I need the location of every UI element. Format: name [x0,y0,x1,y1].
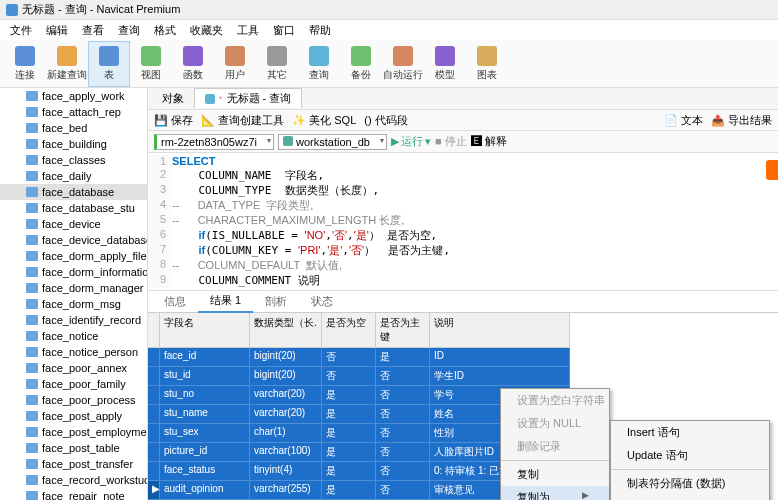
tool-表[interactable]: 表 [88,41,130,87]
menu-item[interactable]: 查询 [112,21,146,40]
tool-其它[interactable]: 其它 [256,41,298,87]
context-item[interactable]: 制表符分隔值 (数据) [611,472,769,495]
table-row[interactable]: stu_novarchar(20)是否学号 [148,386,778,405]
tab-profile[interactable]: 剖析 [253,291,299,312]
sidebar-item[interactable]: face_post_employment [0,424,147,440]
menu-item[interactable]: 文件 [4,21,38,40]
context-menu[interactable]: 设置为空白字符串设置为 NULL删除记录复制复制为▶粘贴显示▶ [500,388,610,500]
table-icon [26,251,38,261]
explain-button[interactable]: 🅴 解释 [471,134,507,149]
table-icon [26,459,38,469]
tool-新建查询[interactable]: 新建查询 [46,41,88,87]
tool-查询[interactable]: 查询 [298,41,340,87]
menu-item[interactable]: 窗口 [267,21,301,40]
run-button[interactable]: ▶ 运行 ▾ [391,134,431,149]
sidebar-item[interactable]: face_bed [0,120,147,136]
table-icon [26,171,38,181]
table-row[interactable]: face_idbigint(20)否是ID [148,348,778,367]
sidebar-item[interactable]: face_post_table [0,440,147,456]
table-row[interactable]: stu_idbigint(20)否否学生ID [148,367,778,386]
sidebar-item[interactable]: face_post_apply [0,408,147,424]
sidebar-item[interactable]: face_device_database [0,232,147,248]
sidebar-item[interactable]: face_post_transfer [0,456,147,472]
sidebar[interactable]: face_apply_workface_attach_repface_bedfa… [0,88,148,500]
column-header[interactable]: 数据类型（长. [250,313,322,348]
sidebar-item[interactable]: face_attach_rep [0,104,147,120]
sidebar-item[interactable]: face_poor_family [0,376,147,392]
sidebar-item[interactable]: face_building [0,136,147,152]
table-icon [26,91,38,101]
tool-icon [309,46,329,66]
context-submenu[interactable]: Insert 语句Update 语句制表符分隔值 (数据)制表符分隔值 (字段名… [610,420,770,500]
sidebar-item[interactable]: face_database [0,184,147,200]
sidebar-item[interactable]: face_poor_process [0,392,147,408]
menu-item[interactable]: 收藏夹 [184,21,229,40]
sidebar-item[interactable]: face_daily [0,168,147,184]
table-icon [26,379,38,389]
table-icon [26,427,38,437]
tool-图表[interactable]: 图表 [466,41,508,87]
tool-视图[interactable]: 视图 [130,41,172,87]
table-icon [26,235,38,245]
query-toolbar: 💾 保存 📐 查询创建工具 ✨ 美化 SQL () 代码段 📄 文本 📤 导出结… [148,110,778,132]
tool-连接[interactable]: 连接 [4,41,46,87]
context-item[interactable]: Insert 语句 [611,421,769,444]
sidebar-item[interactable]: face_record_workstudy [0,472,147,488]
context-item: 删除记录 [501,435,609,458]
sidebar-item[interactable]: face_classes [0,152,147,168]
tab-query[interactable]: * 无标题 - 查询 [194,88,302,108]
column-header[interactable]: 说明 [430,313,570,348]
save-button[interactable]: 💾 保存 [154,113,193,128]
beautify-button[interactable]: ✨ 美化 SQL [292,113,356,128]
column-header[interactable]: 字段名 [160,313,250,348]
menu-item[interactable]: 格式 [148,21,182,40]
sidebar-item[interactable]: face_identify_record [0,312,147,328]
menu-item[interactable]: 编辑 [40,21,74,40]
tab-info[interactable]: 信息 [152,291,198,312]
context-item[interactable]: 制表符分隔值 (字段名) [611,495,769,500]
database-combo[interactable]: workstation_db [278,134,387,150]
connection-bar: rm-2zetn83n05wz7i workstation_db ▶ 运行 ▾ … [148,131,778,153]
sidebar-item[interactable]: face_repair_note [0,488,147,500]
menu-item[interactable]: 查看 [76,21,110,40]
snippet-button[interactable]: () 代码段 [364,113,407,128]
side-badge[interactable] [766,160,778,180]
context-item[interactable]: 复制 [501,463,609,486]
tool-自动运行[interactable]: 自动运行 [382,41,424,87]
server-combo[interactable]: rm-2zetn83n05wz7i [154,134,274,150]
sidebar-item[interactable]: face_notice [0,328,147,344]
query-icon [205,94,215,104]
sidebar-item[interactable]: face_database_stu [0,200,147,216]
sidebar-item[interactable]: face_dorm_manager [0,280,147,296]
menu-item[interactable]: 帮助 [303,21,337,40]
tool-icon [225,46,245,66]
sidebar-item[interactable]: face_poor_annex [0,360,147,376]
column-header[interactable]: 是否为空 [322,313,376,348]
query-builder-button[interactable]: 📐 查询创建工具 [201,113,284,128]
tool-用户[interactable]: 用户 [214,41,256,87]
sidebar-item[interactable]: face_dorm_msg [0,296,147,312]
sidebar-item[interactable]: face_apply_work [0,88,147,104]
context-item[interactable]: Update 语句 [611,444,769,467]
column-header[interactable]: 是否为主键 [376,313,430,348]
tab-objects[interactable]: 对象 [152,89,194,108]
table-icon [26,139,38,149]
table-icon [26,363,38,373]
context-item[interactable]: 复制为▶ [501,486,609,500]
tool-icon [267,46,287,66]
tab-status[interactable]: 状态 [299,291,345,312]
tab-result[interactable]: 结果 1 [198,290,253,313]
tool-函数[interactable]: 函数 [172,41,214,87]
sql-editor[interactable]: 1SELECT2 COLUMN_NAME 字段名,3 COLUMN_TYPE 数… [148,153,778,291]
export-button[interactable]: 📤 导出结果 [711,113,772,128]
sidebar-item[interactable]: face_notice_person [0,344,147,360]
tool-icon [351,46,371,66]
sidebar-item[interactable]: face_dorm_apply_file [0,248,147,264]
text-button[interactable]: 📄 文本 [664,113,703,128]
tool-备份[interactable]: 备份 [340,41,382,87]
sidebar-item[interactable]: face_dorm_information [0,264,147,280]
sidebar-item[interactable]: face_device [0,216,147,232]
menu-item[interactable]: 工具 [231,21,265,40]
tool-模型[interactable]: 模型 [424,41,466,87]
titlebar: 无标题 - 查询 - Navicat Premium [0,0,778,20]
